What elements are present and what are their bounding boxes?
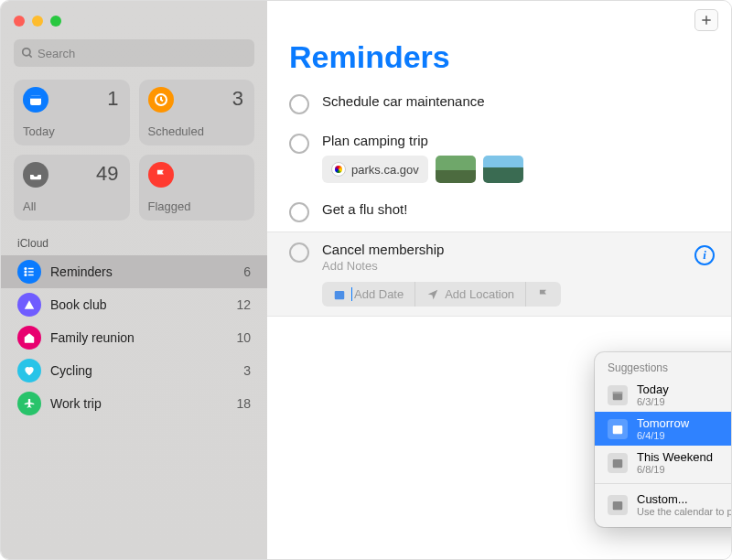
reminder-row[interactable]: Schedule car maintenance — [267, 84, 731, 124]
reminder-attachments: parks.ca.gov — [322, 156, 713, 183]
calendar-icon — [608, 385, 628, 405]
sidebar-lists: Reminders 6 Book club 12 Family reunion … — [1, 255, 267, 559]
complete-toggle[interactable] — [289, 94, 309, 114]
reminder-row-editing[interactable]: Cancel membership Add Notes Add Date Add… — [267, 232, 731, 317]
date-suggestions-popover: Suggestions Today6/3/19 Tomorrow6/4/19 T… — [595, 352, 732, 527]
link-attachment[interactable]: parks.ca.gov — [322, 156, 428, 183]
reminder-row[interactable]: Plan camping trip parks.ca.gov — [267, 124, 731, 192]
minimize-window-button[interactable] — [32, 16, 43, 27]
svg-line-1 — [29, 55, 32, 58]
suggestion-this-weekend[interactable]: This Weekend6/8/19 — [595, 446, 732, 479]
suggestion-today[interactable]: Today6/3/19 — [595, 378, 732, 412]
close-window-button[interactable] — [14, 16, 25, 27]
smart-today-count: 1 — [107, 87, 118, 111]
suggestion-date: 6/3/19 — [637, 396, 669, 407]
suggestion-tomorrow[interactable]: Tomorrow6/4/19 — [595, 412, 732, 446]
airplane-icon — [17, 392, 41, 415]
sidebar-item-count: 3 — [243, 363, 251, 378]
clock-icon — [148, 87, 174, 113]
sidebar: Search 1 Today 3 Scheduled — [1, 1, 267, 559]
suggestion-label: This Weekend — [637, 450, 713, 464]
sidebar-item-label: Work trip — [50, 396, 102, 411]
info-button[interactable]: i — [694, 245, 715, 265]
svg-rect-18 — [613, 501, 623, 509]
suggestion-date: 6/8/19 — [637, 464, 713, 475]
complete-toggle[interactable] — [289, 134, 309, 154]
flag-icon — [537, 288, 550, 301]
add-reminder-button[interactable] — [694, 9, 718, 31]
search-input[interactable]: Search — [14, 39, 254, 67]
sidebar-item-count: 10 — [236, 330, 251, 345]
sidebar-item-label: Family reunion — [50, 330, 135, 345]
smart-all[interactable]: 49 All — [14, 155, 130, 221]
smart-today-label: Today — [23, 124, 55, 138]
sidebar-section-header[interactable]: iCloud — [1, 235, 267, 255]
tent-icon — [17, 293, 41, 317]
reminder-row[interactable]: Get a flu shot! — [267, 192, 731, 232]
calendar-today-icon — [23, 87, 48, 113]
svg-rect-13 — [335, 290, 345, 298]
smart-flagged-label: Flagged — [148, 199, 191, 213]
favicon-icon — [331, 162, 346, 177]
complete-toggle[interactable] — [289, 202, 309, 222]
sidebar-item-family-reunion[interactable]: Family reunion 10 — [1, 321, 267, 354]
reminder-title: Plan camping trip — [322, 133, 713, 148]
svg-rect-16 — [613, 425, 623, 433]
smart-today[interactable]: 1 Today — [14, 80, 130, 145]
quick-edit-toolbar: Add Date Add Location — [322, 282, 561, 307]
suggestion-sublabel: Use the calendar to pick a date — [637, 506, 732, 517]
sidebar-item-reminders[interactable]: Reminders 6 — [1, 255, 267, 288]
notes-field[interactable]: Add Notes — [322, 259, 713, 273]
image-attachment[interactable] — [483, 156, 523, 183]
link-text: parks.ca.gov — [351, 163, 419, 177]
sidebar-item-work-trip[interactable]: Work trip 18 — [1, 387, 267, 420]
zoom-window-button[interactable] — [50, 16, 61, 27]
sidebar-item-count: 6 — [243, 264, 251, 279]
svg-rect-15 — [613, 391, 623, 393]
suggestion-label: Custom... — [637, 492, 732, 506]
add-location-button[interactable]: Add Location — [415, 282, 526, 307]
window-controls — [1, 10, 267, 39]
add-date-button[interactable]: Add Date — [322, 282, 415, 307]
popover-header: Suggestions — [595, 358, 732, 378]
search-placeholder: Search — [38, 47, 75, 60]
add-location-label: Add Location — [445, 287, 514, 301]
smart-flagged[interactable]: Flagged — [139, 155, 255, 221]
suggestion-label: Today — [637, 382, 669, 396]
calendar-icon — [333, 288, 346, 301]
smart-lists: 1 Today 3 Scheduled 49 All — [1, 80, 267, 235]
image-attachment[interactable] — [436, 156, 476, 183]
calendar-icon — [608, 495, 628, 515]
smart-scheduled[interactable]: 3 Scheduled — [139, 80, 255, 145]
suggestion-label: Tomorrow — [637, 416, 689, 430]
list-title: Reminders — [267, 39, 731, 84]
sidebar-item-label: Book club — [50, 297, 106, 312]
sidebar-item-count: 12 — [236, 297, 251, 312]
plus-icon — [700, 14, 713, 27]
suggestion-date: 6/4/19 — [637, 430, 689, 441]
sidebar-item-count: 18 — [236, 396, 251, 411]
svg-rect-17 — [613, 458, 623, 467]
svg-point-5 — [25, 268, 27, 270]
sidebar-item-cycling[interactable]: Cycling 3 — [1, 354, 267, 387]
add-flag-button[interactable] — [526, 282, 561, 307]
svg-point-7 — [25, 271, 27, 273]
add-date-label: Add Date — [351, 287, 404, 301]
svg-point-9 — [25, 275, 27, 276]
list-bullets-icon — [17, 260, 41, 284]
calendar-icon — [608, 419, 628, 439]
reminder-title[interactable]: Cancel membership — [322, 242, 713, 257]
smart-all-label: All — [23, 199, 36, 213]
suggestion-custom[interactable]: Custom...Use the calendar to pick a date — [595, 488, 732, 522]
tray-icon — [23, 162, 48, 188]
main-content: Reminders Schedule car maintenance Plan … — [267, 1, 731, 559]
sidebar-item-book-club[interactable]: Book club 12 — [1, 288, 267, 321]
divider — [595, 483, 732, 484]
house-icon — [17, 326, 41, 350]
complete-toggle[interactable] — [289, 242, 309, 263]
smart-scheduled-label: Scheduled — [148, 124, 204, 138]
top-toolbar — [267, 1, 731, 39]
sidebar-item-label: Cycling — [50, 363, 92, 378]
reminder-title: Schedule car maintenance — [322, 93, 713, 109]
reminder-list: Schedule car maintenance Plan camping tr… — [267, 84, 731, 317]
